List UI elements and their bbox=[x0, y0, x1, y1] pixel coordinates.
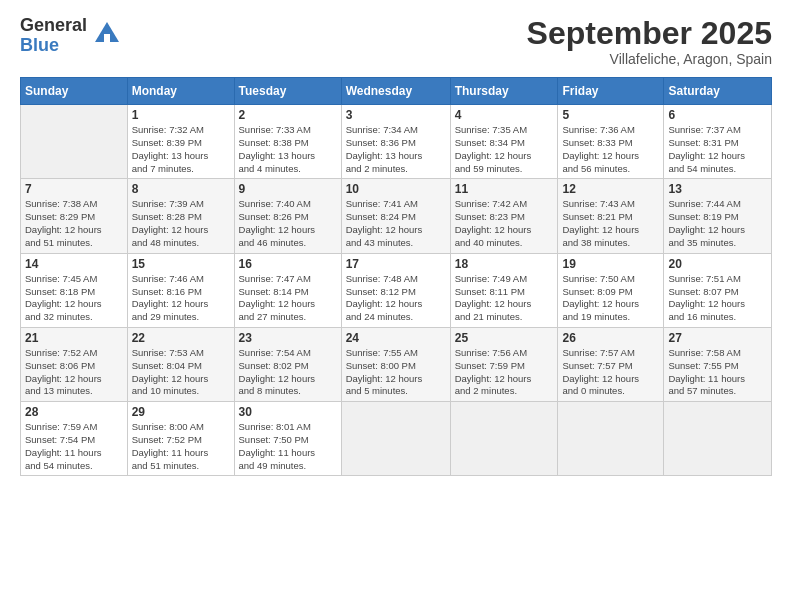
calendar-cell: 13Sunrise: 7:44 AM Sunset: 8:19 PM Dayli… bbox=[664, 179, 772, 253]
calendar-cell bbox=[558, 402, 664, 476]
day-info: Sunrise: 7:42 AM Sunset: 8:23 PM Dayligh… bbox=[455, 198, 554, 249]
day-number: 4 bbox=[455, 108, 554, 122]
day-number: 10 bbox=[346, 182, 446, 196]
day-info: Sunrise: 7:45 AM Sunset: 8:18 PM Dayligh… bbox=[25, 273, 123, 324]
day-number: 8 bbox=[132, 182, 230, 196]
day-number: 9 bbox=[239, 182, 337, 196]
day-info: Sunrise: 7:58 AM Sunset: 7:55 PM Dayligh… bbox=[668, 347, 767, 398]
day-number: 26 bbox=[562, 331, 659, 345]
day-number: 22 bbox=[132, 331, 230, 345]
day-number: 14 bbox=[25, 257, 123, 271]
day-info: Sunrise: 7:50 AM Sunset: 8:09 PM Dayligh… bbox=[562, 273, 659, 324]
calendar-cell: 24Sunrise: 7:55 AM Sunset: 8:00 PM Dayli… bbox=[341, 327, 450, 401]
day-info: Sunrise: 7:48 AM Sunset: 8:12 PM Dayligh… bbox=[346, 273, 446, 324]
day-info: Sunrise: 8:01 AM Sunset: 7:50 PM Dayligh… bbox=[239, 421, 337, 472]
calendar-table: Sunday Monday Tuesday Wednesday Thursday… bbox=[20, 77, 772, 476]
day-number: 13 bbox=[668, 182, 767, 196]
day-number: 29 bbox=[132, 405, 230, 419]
header-tuesday: Tuesday bbox=[234, 78, 341, 105]
day-number: 16 bbox=[239, 257, 337, 271]
month-title: September 2025 bbox=[527, 16, 772, 51]
day-number: 23 bbox=[239, 331, 337, 345]
calendar-week-1: 1Sunrise: 7:32 AM Sunset: 8:39 PM Daylig… bbox=[21, 105, 772, 179]
calendar-cell: 12Sunrise: 7:43 AM Sunset: 8:21 PM Dayli… bbox=[558, 179, 664, 253]
day-info: Sunrise: 7:54 AM Sunset: 8:02 PM Dayligh… bbox=[239, 347, 337, 398]
day-number: 28 bbox=[25, 405, 123, 419]
day-info: Sunrise: 7:47 AM Sunset: 8:14 PM Dayligh… bbox=[239, 273, 337, 324]
calendar-cell: 14Sunrise: 7:45 AM Sunset: 8:18 PM Dayli… bbox=[21, 253, 128, 327]
day-info: Sunrise: 7:52 AM Sunset: 8:06 PM Dayligh… bbox=[25, 347, 123, 398]
day-number: 5 bbox=[562, 108, 659, 122]
day-info: Sunrise: 7:40 AM Sunset: 8:26 PM Dayligh… bbox=[239, 198, 337, 249]
day-number: 6 bbox=[668, 108, 767, 122]
calendar-cell bbox=[341, 402, 450, 476]
day-info: Sunrise: 7:32 AM Sunset: 8:39 PM Dayligh… bbox=[132, 124, 230, 175]
day-number: 15 bbox=[132, 257, 230, 271]
calendar-cell: 17Sunrise: 7:48 AM Sunset: 8:12 PM Dayli… bbox=[341, 253, 450, 327]
calendar-week-4: 21Sunrise: 7:52 AM Sunset: 8:06 PM Dayli… bbox=[21, 327, 772, 401]
calendar-cell: 7Sunrise: 7:38 AM Sunset: 8:29 PM Daylig… bbox=[21, 179, 128, 253]
calendar-cell: 3Sunrise: 7:34 AM Sunset: 8:36 PM Daylig… bbox=[341, 105, 450, 179]
calendar-cell bbox=[664, 402, 772, 476]
header-monday: Monday bbox=[127, 78, 234, 105]
day-info: Sunrise: 7:41 AM Sunset: 8:24 PM Dayligh… bbox=[346, 198, 446, 249]
page: General Blue September 2025 Villafeliche… bbox=[0, 0, 792, 612]
calendar-cell: 30Sunrise: 8:01 AM Sunset: 7:50 PM Dayli… bbox=[234, 402, 341, 476]
calendar-cell: 1Sunrise: 7:32 AM Sunset: 8:39 PM Daylig… bbox=[127, 105, 234, 179]
calendar-week-3: 14Sunrise: 7:45 AM Sunset: 8:18 PM Dayli… bbox=[21, 253, 772, 327]
calendar-cell: 27Sunrise: 7:58 AM Sunset: 7:55 PM Dayli… bbox=[664, 327, 772, 401]
day-info: Sunrise: 7:55 AM Sunset: 8:00 PM Dayligh… bbox=[346, 347, 446, 398]
calendar-cell: 5Sunrise: 7:36 AM Sunset: 8:33 PM Daylig… bbox=[558, 105, 664, 179]
calendar-cell bbox=[450, 402, 558, 476]
day-number: 19 bbox=[562, 257, 659, 271]
calendar-cell: 18Sunrise: 7:49 AM Sunset: 8:11 PM Dayli… bbox=[450, 253, 558, 327]
header-sunday: Sunday bbox=[21, 78, 128, 105]
day-info: Sunrise: 7:39 AM Sunset: 8:28 PM Dayligh… bbox=[132, 198, 230, 249]
day-number: 2 bbox=[239, 108, 337, 122]
calendar-week-5: 28Sunrise: 7:59 AM Sunset: 7:54 PM Dayli… bbox=[21, 402, 772, 476]
day-info: Sunrise: 7:56 AM Sunset: 7:59 PM Dayligh… bbox=[455, 347, 554, 398]
day-number: 27 bbox=[668, 331, 767, 345]
day-number: 11 bbox=[455, 182, 554, 196]
header-saturday: Saturday bbox=[664, 78, 772, 105]
day-info: Sunrise: 7:33 AM Sunset: 8:38 PM Dayligh… bbox=[239, 124, 337, 175]
day-info: Sunrise: 7:43 AM Sunset: 8:21 PM Dayligh… bbox=[562, 198, 659, 249]
day-info: Sunrise: 8:00 AM Sunset: 7:52 PM Dayligh… bbox=[132, 421, 230, 472]
location-subtitle: Villafeliche, Aragon, Spain bbox=[527, 51, 772, 67]
calendar-cell: 6Sunrise: 7:37 AM Sunset: 8:31 PM Daylig… bbox=[664, 105, 772, 179]
weekday-header-row: Sunday Monday Tuesday Wednesday Thursday… bbox=[21, 78, 772, 105]
day-number: 3 bbox=[346, 108, 446, 122]
day-number: 24 bbox=[346, 331, 446, 345]
calendar-cell: 2Sunrise: 7:33 AM Sunset: 8:38 PM Daylig… bbox=[234, 105, 341, 179]
calendar-cell: 4Sunrise: 7:35 AM Sunset: 8:34 PM Daylig… bbox=[450, 105, 558, 179]
calendar-cell: 22Sunrise: 7:53 AM Sunset: 8:04 PM Dayli… bbox=[127, 327, 234, 401]
day-number: 21 bbox=[25, 331, 123, 345]
calendar-cell: 8Sunrise: 7:39 AM Sunset: 8:28 PM Daylig… bbox=[127, 179, 234, 253]
calendar-cell: 11Sunrise: 7:42 AM Sunset: 8:23 PM Dayli… bbox=[450, 179, 558, 253]
logo-general: General bbox=[20, 16, 87, 36]
logo-icon bbox=[93, 20, 121, 48]
day-number: 7 bbox=[25, 182, 123, 196]
day-info: Sunrise: 7:49 AM Sunset: 8:11 PM Dayligh… bbox=[455, 273, 554, 324]
calendar-cell: 15Sunrise: 7:46 AM Sunset: 8:16 PM Dayli… bbox=[127, 253, 234, 327]
calendar-cell: 9Sunrise: 7:40 AM Sunset: 8:26 PM Daylig… bbox=[234, 179, 341, 253]
day-info: Sunrise: 7:37 AM Sunset: 8:31 PM Dayligh… bbox=[668, 124, 767, 175]
calendar-cell: 26Sunrise: 7:57 AM Sunset: 7:57 PM Dayli… bbox=[558, 327, 664, 401]
day-number: 25 bbox=[455, 331, 554, 345]
header-friday: Friday bbox=[558, 78, 664, 105]
day-info: Sunrise: 7:35 AM Sunset: 8:34 PM Dayligh… bbox=[455, 124, 554, 175]
calendar-cell: 16Sunrise: 7:47 AM Sunset: 8:14 PM Dayli… bbox=[234, 253, 341, 327]
day-info: Sunrise: 7:36 AM Sunset: 8:33 PM Dayligh… bbox=[562, 124, 659, 175]
calendar-cell: 23Sunrise: 7:54 AM Sunset: 8:02 PM Dayli… bbox=[234, 327, 341, 401]
day-info: Sunrise: 7:53 AM Sunset: 8:04 PM Dayligh… bbox=[132, 347, 230, 398]
calendar-cell: 25Sunrise: 7:56 AM Sunset: 7:59 PM Dayli… bbox=[450, 327, 558, 401]
calendar-cell: 28Sunrise: 7:59 AM Sunset: 7:54 PM Dayli… bbox=[21, 402, 128, 476]
header: General Blue September 2025 Villafeliche… bbox=[20, 16, 772, 67]
day-number: 1 bbox=[132, 108, 230, 122]
calendar-cell: 21Sunrise: 7:52 AM Sunset: 8:06 PM Dayli… bbox=[21, 327, 128, 401]
calendar-cell: 20Sunrise: 7:51 AM Sunset: 8:07 PM Dayli… bbox=[664, 253, 772, 327]
day-number: 12 bbox=[562, 182, 659, 196]
calendar-cell: 10Sunrise: 7:41 AM Sunset: 8:24 PM Dayli… bbox=[341, 179, 450, 253]
day-number: 20 bbox=[668, 257, 767, 271]
day-number: 18 bbox=[455, 257, 554, 271]
